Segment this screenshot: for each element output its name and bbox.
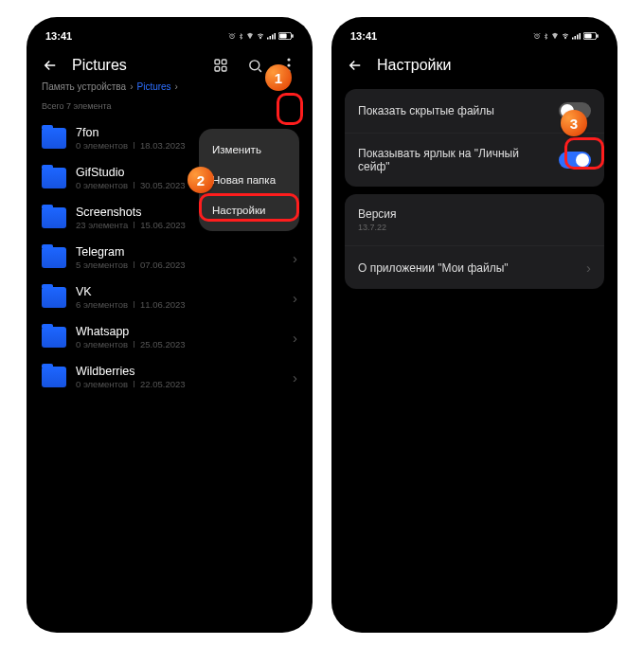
row-label: Показывать ярлык на "Личный сейф" xyxy=(358,147,551,173)
svg-rect-25 xyxy=(597,34,599,38)
svg-rect-4 xyxy=(272,35,274,40)
version-value: 13.7.22 xyxy=(358,223,397,232)
svg-rect-5 xyxy=(275,33,277,40)
svg-rect-8 xyxy=(292,34,294,38)
folder-name: Wildberries xyxy=(76,365,283,378)
settings-card-toggles: Показать скрытые файлы Показывать ярлык … xyxy=(345,89,604,187)
folder-icon xyxy=(42,247,66,268)
folder-name: VK xyxy=(76,285,283,298)
folder-icon xyxy=(42,367,66,387)
folder-icon xyxy=(42,128,66,149)
list-item[interactable]: Wildberries 0 элементов22.05.2023 › xyxy=(36,357,303,397)
wifi-icon xyxy=(256,32,265,40)
header: Настройки xyxy=(331,44,617,81)
svg-rect-11 xyxy=(215,66,220,71)
bluetooth-icon xyxy=(543,32,549,41)
svg-rect-22 xyxy=(580,33,581,40)
svg-rect-9 xyxy=(215,60,220,64)
svg-rect-3 xyxy=(270,36,272,40)
phone-right: 13:41 Настройки Показать скрытые файлы xyxy=(331,17,617,633)
list-item[interactable]: Whatsapp 0 элементов25.05.2023 › xyxy=(36,317,303,357)
svg-point-14 xyxy=(287,58,290,61)
status-time: 13:41 xyxy=(350,30,377,42)
callout-badge-2: 2 xyxy=(188,167,214,193)
battery-icon xyxy=(583,32,599,40)
svg-rect-7 xyxy=(279,34,286,39)
row-about-app[interactable]: О приложении "Мои файлы" › xyxy=(345,245,604,289)
breadcrumb-root[interactable]: Память устройства xyxy=(42,81,126,92)
status-indicators xyxy=(533,32,599,41)
chevron-right-icon: › xyxy=(293,250,297,266)
folder-icon xyxy=(42,327,66,348)
svg-rect-21 xyxy=(577,35,579,40)
row-label: Показать скрытые файлы xyxy=(358,104,494,117)
svg-point-18 xyxy=(565,38,566,39)
menu-settings[interactable]: Настройки xyxy=(199,195,299,225)
svg-point-13 xyxy=(249,60,259,69)
row-version: Версия 13.7.22 xyxy=(345,194,604,245)
folder-name: Telegram xyxy=(76,245,283,259)
row-vault-shortcut[interactable]: Показывать ярлык на "Личный сейф" xyxy=(345,133,604,187)
svg-rect-20 xyxy=(575,36,577,40)
location-icon xyxy=(246,32,254,40)
back-icon[interactable] xyxy=(347,57,364,74)
chevron-right-icon: › xyxy=(293,290,297,306)
breadcrumb-active: Pictures xyxy=(136,81,170,92)
folder-icon xyxy=(42,287,66,308)
svg-rect-10 xyxy=(222,60,226,64)
chevron-right-icon: › xyxy=(293,330,297,346)
callout-badge-1: 1 xyxy=(265,64,292,91)
list-item[interactable]: Telegram 5 элементов07.06.2023 › xyxy=(36,238,303,278)
chevron-right-icon: › xyxy=(293,369,297,385)
signal-icon xyxy=(572,32,581,40)
folder-icon xyxy=(42,168,66,188)
svg-point-1 xyxy=(260,38,261,39)
phone-left: 13:41 Pictures xyxy=(27,17,313,633)
callout-badge-3: 3 xyxy=(561,110,587,136)
row-label: Версия xyxy=(358,207,397,221)
items-count: Всего 7 элемента xyxy=(27,96,313,118)
battery-icon xyxy=(278,32,294,40)
svg-point-15 xyxy=(287,63,290,66)
menu-edit[interactable]: Изменить xyxy=(199,134,299,165)
folder-icon xyxy=(42,207,66,228)
signal-icon xyxy=(267,32,277,40)
page-title: Настройки xyxy=(377,57,602,74)
toggle-vault-shortcut[interactable] xyxy=(559,152,591,169)
status-time: 13:41 xyxy=(45,30,72,42)
alarm-icon xyxy=(228,32,236,40)
location-icon xyxy=(551,32,559,40)
svg-rect-2 xyxy=(267,38,269,40)
search-icon[interactable] xyxy=(246,57,263,74)
page-title: Pictures xyxy=(72,57,199,74)
row-label: О приложении "Мои файлы" xyxy=(358,261,509,275)
status-bar: 13:41 xyxy=(331,27,617,44)
status-indicators xyxy=(228,32,294,41)
settings-card-about: Версия 13.7.22 О приложении "Мои файлы" … xyxy=(345,194,604,289)
list-item[interactable]: VK 6 элементов11.06.2023 › xyxy=(36,278,303,317)
status-bar: 13:41 xyxy=(27,27,313,44)
svg-rect-12 xyxy=(222,66,226,71)
grid-view-icon[interactable] xyxy=(212,57,229,74)
bluetooth-icon xyxy=(238,32,244,41)
chevron-right-icon: › xyxy=(586,260,591,276)
breadcrumb-sep: › xyxy=(175,81,178,92)
breadcrumb-sep: › xyxy=(130,81,133,92)
wifi-icon xyxy=(561,32,570,40)
svg-rect-19 xyxy=(572,38,574,40)
svg-rect-24 xyxy=(584,34,591,39)
folder-name: Whatsapp xyxy=(76,325,283,338)
back-icon[interactable] xyxy=(42,57,59,74)
alarm-icon xyxy=(533,32,541,40)
